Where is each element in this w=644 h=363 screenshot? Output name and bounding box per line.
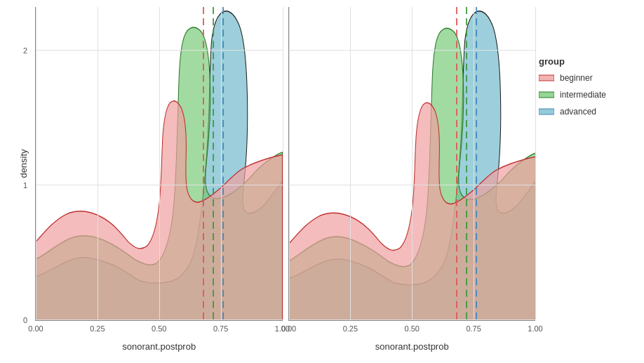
r-x-tick-075: 0.75: [466, 324, 481, 333]
left-plot: density 0 1 2 0.00 0.25 0.50 0.75 1.00 s…: [35, 7, 283, 321]
r-x-tick-0: 0.00: [281, 324, 296, 333]
legend-label-beginner: beginner: [560, 73, 593, 83]
legend-item-beginner: beginner: [539, 72, 637, 84]
r-x-tick-025: 0.25: [343, 324, 358, 333]
right-plot: 0.00 0.25 0.50 0.75 1.00 sonorant.postpr…: [288, 7, 536, 321]
r-x-tick-1: 1.00: [528, 324, 542, 333]
x-axis-label-right: sonorant.postprob: [375, 341, 449, 352]
legend-label-advanced: advanced: [560, 107, 596, 117]
plots-area: density 0 1 2 0.00 0.25 0.50 0.75 1.00 s…: [0, 0, 535, 363]
advanced-swatch: [539, 106, 554, 117]
x-axis-label-left: sonorant.postprob: [122, 341, 196, 352]
chart-container: density 0 1 2 0.00 0.25 0.50 0.75 1.00 s…: [0, 0, 644, 363]
legend-title: group: [539, 56, 637, 67]
svg-rect-8: [539, 109, 554, 114]
y-axis-label: density: [18, 149, 29, 178]
svg-rect-6: [539, 75, 554, 81]
x-tick-05: 0.50: [152, 324, 166, 333]
legend-item-intermediate: intermediate: [539, 89, 637, 100]
x-tick-0: 0.00: [28, 324, 43, 333]
x-tick-025: 0.25: [90, 324, 105, 333]
legend-panel: group beginner intermediate advanced: [535, 0, 644, 363]
beginner-swatch: [539, 72, 554, 84]
legend-item-advanced: advanced: [539, 106, 637, 117]
y-tick-1: 1: [23, 181, 27, 190]
svg-rect-7: [539, 92, 554, 98]
r-x-tick-05: 0.50: [405, 324, 420, 333]
legend-label-intermediate: intermediate: [560, 90, 606, 100]
intermediate-swatch: [539, 89, 554, 100]
y-tick-2: 2: [23, 46, 27, 55]
y-tick-0: 0: [23, 316, 27, 324]
x-tick-075: 0.75: [213, 324, 228, 333]
